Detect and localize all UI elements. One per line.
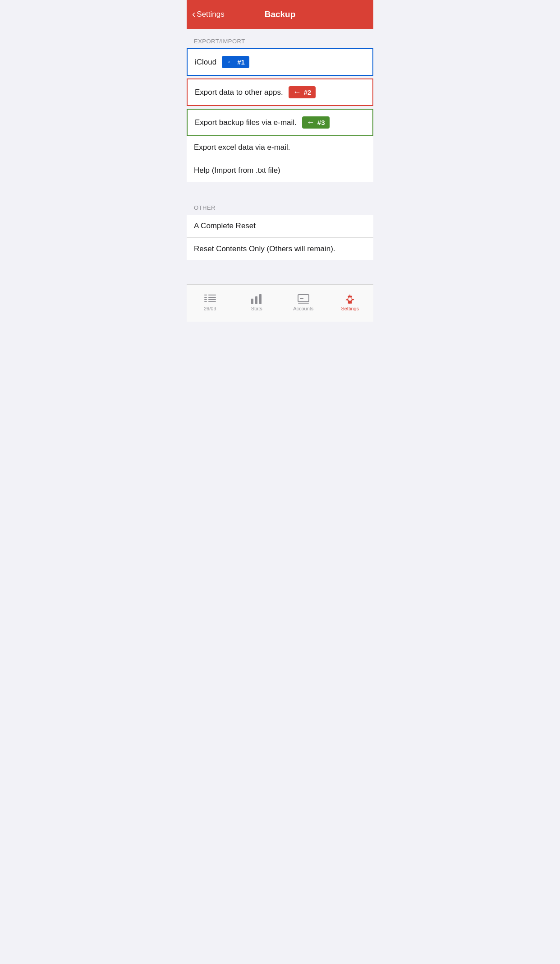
svg-point-15 (348, 297, 352, 301)
settings-icon (344, 294, 356, 304)
export-excel-label: Export excel data via e-mail. (194, 143, 290, 152)
badge-1-label: #1 (237, 58, 245, 66)
badge-1: ← #1 (222, 56, 249, 68)
tab-settings-label: Settings (341, 306, 359, 311)
back-button[interactable]: ‹ Settings (192, 9, 225, 20)
arrow-1-icon: ← (226, 57, 234, 67)
svg-rect-6 (208, 299, 216, 300)
help-import-label: Help (Import from .txt file) (194, 166, 280, 175)
badge-2: ← #2 (289, 86, 316, 98)
tab-stats-label: Stats (251, 306, 262, 311)
help-import-item[interactable]: Help (Import from .txt file) (187, 159, 373, 182)
icloud-item[interactable]: iCloud ← #1 (187, 48, 373, 76)
tab-settings[interactable]: Settings (327, 291, 374, 311)
tab-date-label: 26/03 (204, 306, 216, 311)
svg-rect-1 (204, 297, 207, 298)
export-other-apps-label: Export data to other apps. (195, 88, 283, 97)
export-other-apps-item[interactable]: Export data to other apps. ← #2 (187, 78, 373, 106)
other-list: A Complete Reset Reset Contents Only (Ot… (187, 215, 373, 260)
svg-rect-8 (251, 299, 253, 304)
svg-rect-12 (300, 298, 303, 299)
page-title: Backup (265, 9, 296, 19)
svg-rect-0 (204, 295, 207, 295)
svg-rect-2 (204, 299, 207, 300)
svg-rect-9 (255, 296, 257, 304)
svg-rect-3 (204, 301, 207, 302)
tab-stats[interactable]: Stats (234, 291, 280, 311)
complete-reset-label: A Complete Reset (194, 221, 256, 231)
tab-bar: 26/03 Stats Accounts (187, 284, 373, 322)
svg-rect-13 (298, 303, 309, 304)
reset-contents-label: Reset Contents Only (Others will remain)… (194, 244, 335, 254)
svg-rect-4 (208, 295, 216, 295)
svg-rect-10 (259, 294, 262, 304)
export-excel-item[interactable]: Export excel data via e-mail. (187, 136, 373, 159)
tab-date[interactable]: 26/03 (187, 291, 234, 311)
reset-contents-item[interactable]: Reset Contents Only (Others will remain)… (187, 238, 373, 260)
export-backup-email-item[interactable]: Export backup files via e-mail. ← #3 (187, 109, 373, 136)
export-import-remaining: Export excel data via e-mail. Help (Impo… (187, 136, 373, 182)
export-backup-email-label: Export backup files via e-mail. (195, 118, 297, 127)
badge-3: ← #3 (302, 116, 330, 129)
back-chevron-icon: ‹ (192, 9, 195, 20)
section-other: OTHER A Complete Reset Reset Contents On… (187, 195, 373, 260)
svg-rect-5 (208, 297, 216, 298)
arrow-2-icon: ← (293, 88, 301, 97)
accounts-icon (298, 294, 309, 304)
list-icon (204, 294, 216, 304)
complete-reset-item[interactable]: A Complete Reset (187, 215, 373, 238)
section-export-import: EXPORT/IMPORT iCloud ← #1 Export data to… (187, 29, 373, 182)
badge-2-label: #2 (304, 88, 312, 96)
back-label: Settings (197, 10, 224, 19)
header: ‹ Settings Backup (187, 0, 373, 29)
icloud-label: iCloud (195, 58, 216, 67)
stats-icon (251, 294, 262, 304)
section-gap-1 (187, 182, 373, 195)
svg-rect-7 (208, 301, 216, 302)
content-area: EXPORT/IMPORT iCloud ← #1 Export data to… (187, 29, 373, 284)
tab-accounts-label: Accounts (293, 306, 313, 311)
section-label-export-import: EXPORT/IMPORT (187, 29, 373, 48)
section-label-other: OTHER (187, 195, 373, 215)
tab-accounts[interactable]: Accounts (280, 291, 327, 311)
arrow-3-icon: ← (307, 118, 315, 127)
badge-3-label: #3 (317, 119, 325, 126)
